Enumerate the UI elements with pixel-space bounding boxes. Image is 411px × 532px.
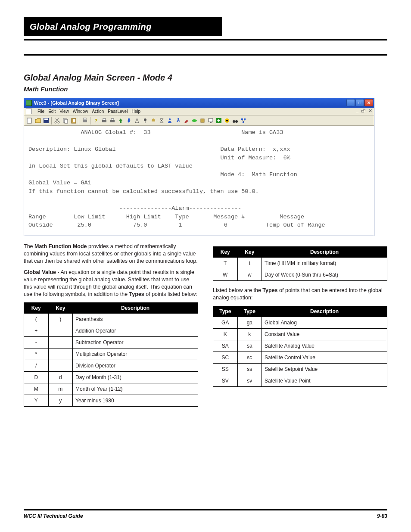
- chip-icon[interactable]: [199, 117, 206, 124]
- svg-point-23: [177, 118, 179, 120]
- table-row: SVsvSatellite Value Point: [213, 375, 387, 386]
- table-row: KkConstant Value: [213, 328, 387, 340]
- th-key1: Key: [24, 302, 49, 313]
- svg-point-22: [168, 118, 170, 120]
- line-local: In Local Set this global defaults to LAS…: [28, 163, 193, 169]
- section-title: Global Analog Main Screen - Mode 4: [24, 73, 387, 83]
- green-square-icon[interactable]: ✚: [215, 117, 222, 124]
- menu-help[interactable]: Help: [131, 109, 140, 114]
- svg-marker-21: [160, 118, 163, 123]
- monitor-icon[interactable]: [207, 117, 214, 124]
- svg-point-26: [192, 119, 197, 122]
- th-desc: Description: [73, 302, 198, 313]
- copy-icon[interactable]: [62, 117, 69, 124]
- svg-line-40: [243, 120, 245, 121]
- print-icon[interactable]: [81, 117, 88, 124]
- maximize-button[interactable]: □: [355, 99, 364, 106]
- disk-green-icon[interactable]: [190, 117, 198, 124]
- help-icon[interactable]: ?: [92, 117, 100, 124]
- menu-action[interactable]: Action: [92, 109, 104, 114]
- network-icon[interactable]: [240, 117, 247, 124]
- binoculars-icon[interactable]: [231, 117, 239, 124]
- rule-thick: [24, 39, 387, 40]
- svg-rect-12: [83, 120, 87, 122]
- table-row: /Division Operator: [24, 360, 198, 371]
- svg-rect-14: [102, 120, 106, 122]
- section-subtitle: Math Function: [24, 85, 387, 93]
- table-row: SAsaSatellite Analog Value: [213, 340, 387, 352]
- right-small-table: Key Key Description TtTime (HHMM in mili…: [213, 246, 387, 281]
- open-icon[interactable]: [34, 117, 41, 124]
- svg-marker-18: [135, 118, 139, 123]
- line-cols: Range Low Limit High Limit Type Message …: [28, 214, 304, 220]
- right-paragraph-1: Listed below are the Types of points tha…: [213, 287, 387, 302]
- menu-view[interactable]: View: [59, 109, 69, 114]
- yellow-dot-icon[interactable]: [223, 117, 230, 124]
- line-desc: Description: Linux Global Data Pattern: …: [28, 146, 290, 152]
- printer1-icon[interactable]: [100, 117, 108, 124]
- menu-window[interactable]: Window: [73, 109, 88, 114]
- rule-thin: [24, 54, 387, 56]
- person-icon[interactable]: [166, 117, 173, 124]
- svg-rect-28: [209, 118, 213, 122]
- svg-point-19: [144, 118, 146, 121]
- svg-rect-29: [210, 122, 212, 123]
- footer-right: 9-83: [377, 513, 387, 519]
- close-button[interactable]: ✕: [364, 99, 373, 106]
- mdi-restore-button[interactable]: 🗗: [361, 108, 366, 114]
- cut-icon[interactable]: [53, 117, 61, 124]
- hand-blue-icon[interactable]: [125, 117, 132, 124]
- table-row: SSssSatellite Setpoint Value: [213, 363, 387, 375]
- toolbar: ? ✚: [24, 115, 374, 126]
- title-bar: Wcc3 - [Global Analog Binary Screen] _ □…: [24, 98, 374, 108]
- table-row: -Subtraction Operator: [24, 336, 198, 348]
- right-column: Key Key Description TtTime (HHMM in mili…: [213, 243, 387, 413]
- person-run-icon[interactable]: [174, 117, 181, 124]
- footer-left: WCC III Technical Guide: [24, 513, 83, 519]
- svg-rect-15: [103, 118, 106, 120]
- app-window: Wcc3 - [Global Analog Binary Screen] _ □…: [24, 98, 374, 236]
- window-title: Wcc3 - [Global Analog Binary Screen]: [34, 100, 119, 106]
- svg-rect-38: [243, 121, 244, 123]
- line-analog: ANALOG Global #: 33 Name is GA33: [28, 129, 283, 136]
- paste-icon[interactable]: [70, 117, 77, 124]
- left-column: The Math Function Mode provides a method…: [24, 243, 198, 413]
- new-icon[interactable]: [26, 117, 33, 124]
- table-row: +Addition Operator: [24, 325, 198, 336]
- table-row: DdDay of Month (1-31): [24, 371, 198, 383]
- svg-point-34: [233, 120, 235, 123]
- svg-rect-11: [73, 119, 75, 122]
- screen-content: ANALOG Global #: 33 Name is GA33 Descrip…: [24, 126, 374, 236]
- push-pin-icon[interactable]: [141, 117, 149, 124]
- svg-rect-0: [27, 118, 31, 123]
- flashlight-icon[interactable]: [133, 117, 140, 124]
- menu-file[interactable]: File: [37, 109, 44, 114]
- save-icon[interactable]: [42, 117, 50, 124]
- mdi-close-button[interactable]: ✕: [368, 108, 372, 114]
- hand-green-icon[interactable]: [117, 117, 124, 124]
- table-row: YyYear minus 1980: [24, 395, 198, 406]
- svg-rect-16: [110, 120, 115, 122]
- svg-marker-1: [35, 118, 40, 123]
- page-header-bar: Global Analog Programming: [24, 17, 222, 36]
- left-paragraph-2: Global Value - An equation or a single d…: [24, 269, 198, 298]
- wrench-icon[interactable]: [182, 117, 190, 124]
- page-footer: WCC III Technical Guide 9-83: [24, 509, 387, 519]
- svg-text:✚: ✚: [217, 118, 221, 123]
- hourglass-icon[interactable]: [158, 117, 165, 124]
- menu-edit[interactable]: Edit: [48, 109, 56, 114]
- table-row: ()Parenthesis: [24, 313, 198, 325]
- mdi-minimize-button[interactable]: _: [356, 108, 358, 114]
- svg-rect-37: [244, 118, 246, 120]
- printer2-icon[interactable]: [109, 117, 116, 124]
- left-key-table: Key Key Description ()Parenthesis +Addit…: [24, 302, 198, 407]
- svg-rect-9: [65, 119, 68, 123]
- minimize-button[interactable]: _: [346, 99, 355, 106]
- table-row: WwDay of Week (0-Sun thru 6=Sat): [213, 269, 387, 280]
- bell-icon[interactable]: [149, 117, 157, 124]
- line-uom: Unit of Measure: 6%: [28, 155, 290, 161]
- svg-point-35: [235, 120, 238, 123]
- menu-passlevel[interactable]: PassLevel: [108, 109, 128, 114]
- footer-rule: [24, 509, 387, 510]
- line-mode: Mode 4: Math Function: [28, 171, 297, 178]
